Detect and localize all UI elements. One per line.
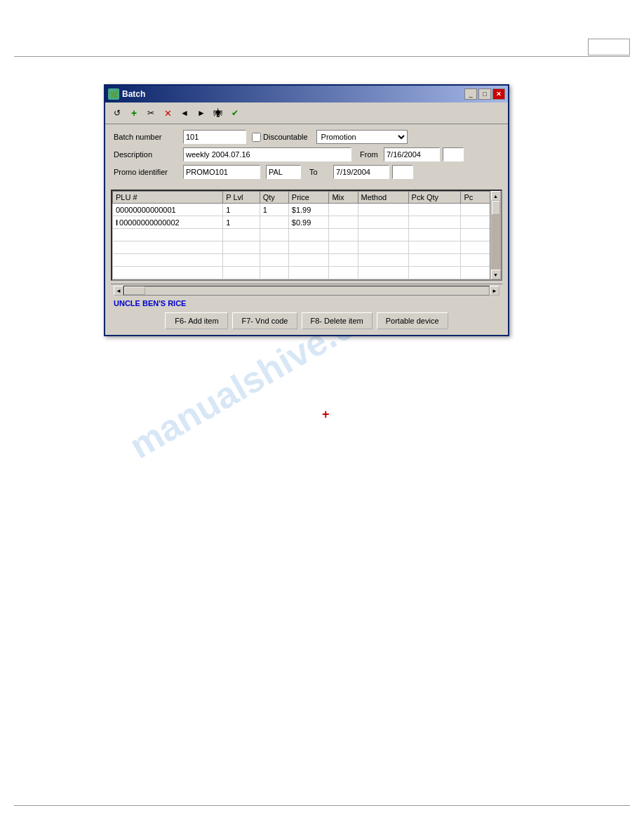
cell-empty (288, 229, 329, 241)
promo-identifier-input[interactable] (183, 165, 260, 179)
cell-method (358, 204, 408, 216)
cell-empty (329, 254, 358, 267)
grid-table: PLU # P Lvl Qty Price Mix Method Pck Qty… (112, 191, 501, 279)
to-label: To (309, 168, 330, 176)
next-button[interactable]: ► (194, 105, 209, 121)
cell-qty (260, 216, 288, 229)
add-button[interactable]: + (126, 105, 142, 121)
batch-number-input[interactable] (183, 130, 246, 144)
description-input[interactable] (183, 147, 351, 161)
discountable-checkbox[interactable] (252, 133, 261, 142)
scroll-left-button[interactable]: ◄ (114, 286, 123, 296)
table-row[interactable]: I000000000000021$0.99 (113, 216, 501, 229)
cell-empty (223, 267, 260, 279)
cell-empty (113, 254, 223, 267)
cell-plu: I00000000000002 (113, 216, 223, 229)
cell-empty (408, 267, 461, 279)
center-cross-icon: + (322, 407, 330, 422)
cell-empty (260, 229, 288, 241)
cell-empty (223, 254, 260, 267)
discountable-checkbox-area: Discountable (252, 133, 308, 142)
cell-empty (329, 241, 358, 254)
page-number-box (588, 39, 630, 55)
grid-container: PLU # P Lvl Qty Price Mix Method Pck Qty… (111, 190, 502, 281)
cell-empty (358, 229, 408, 241)
cell-plvl: 1 (223, 216, 260, 229)
grid-header-row: PLU # P Lvl Qty Price Mix Method Pck Qty… (113, 192, 501, 204)
promotion-dropdown-container: Promotion Sale Markdown (316, 130, 408, 144)
cell-pck_qty (408, 204, 461, 216)
selected-item-label: UNCLE BEN'S RICE (105, 297, 508, 310)
window-title: Batch (122, 89, 145, 99)
cell-empty (408, 241, 461, 254)
cell-empty (260, 241, 288, 254)
cell-empty (329, 229, 358, 241)
scrollbar-thumb[interactable] (124, 286, 145, 295)
table-row-empty (113, 229, 501, 241)
delete-button[interactable]: ✕ (160, 105, 175, 121)
table-row-empty (113, 241, 501, 254)
vnd-code-button[interactable]: F7- Vnd code (232, 312, 297, 329)
cell-empty (358, 241, 408, 254)
promo-identifier-label: Promo identifier (114, 168, 180, 176)
cell-mix (329, 204, 358, 216)
vscroll-up-button[interactable]: ▲ (491, 191, 501, 201)
to-extra-input[interactable] (392, 165, 413, 179)
pal-input[interactable] (266, 165, 301, 179)
discountable-label: Discountable (263, 133, 308, 141)
bottom-buttons: F6- Add item F7- Vnd code F8- Delete ite… (105, 310, 508, 335)
col-header-qty: Qty (260, 192, 288, 204)
cell-empty (408, 229, 461, 241)
table-row[interactable]: 0000000000000111$1.99 (113, 204, 501, 216)
batch-number-label: Batch number (114, 133, 180, 141)
cell-empty (358, 254, 408, 267)
cell-plvl: 1 (223, 204, 260, 216)
batch-window: 🌿 Batch _ □ ✕ ↺ + ✂ ✕ ◄ ► 🕷 ✔ Batch numb… (104, 84, 509, 336)
check-button[interactable]: ✔ (227, 105, 243, 121)
page-bottom-line (14, 805, 630, 806)
form-row-batch: Batch number Discountable Promotion Sale… (114, 130, 499, 144)
to-date-input[interactable] (333, 165, 389, 179)
cell-empty (288, 241, 329, 254)
from-label: From (360, 150, 381, 159)
delete-item-button[interactable]: F8- Delete item (302, 312, 373, 329)
refresh-button[interactable]: ↺ (109, 105, 125, 121)
form-row-description: Description From (114, 147, 499, 161)
col-header-plvl: P Lvl (223, 192, 260, 204)
table-row-empty (113, 267, 501, 279)
prev-button[interactable]: ◄ (177, 105, 192, 121)
cell-price: $1.99 (288, 204, 329, 216)
cell-empty (223, 241, 260, 254)
cell-qty: 1 (260, 204, 288, 216)
col-header-plu: PLU # (113, 192, 223, 204)
from-date-input[interactable] (384, 147, 440, 161)
vertical-scrollbar[interactable]: ▲ ▼ (490, 191, 501, 279)
promotion-dropdown[interactable]: Promotion Sale Markdown (316, 130, 408, 144)
col-header-method: Method (358, 192, 408, 204)
table-row-empty (113, 254, 501, 267)
page-top-line (14, 56, 630, 57)
cell-pck_qty (408, 216, 461, 229)
minimize-button[interactable]: _ (464, 88, 477, 100)
from-extra-input[interactable] (443, 147, 464, 161)
cut-button[interactable]: ✂ (143, 105, 159, 121)
cell-method (358, 216, 408, 229)
cell-mix (329, 216, 358, 229)
spider-button[interactable]: 🕷 (210, 105, 226, 121)
title-buttons: _ □ ✕ (464, 88, 505, 100)
cell-empty (288, 254, 329, 267)
cell-empty (260, 254, 288, 267)
vscroll-down-button[interactable]: ▼ (491, 270, 501, 279)
add-item-button[interactable]: F6- Add item (165, 312, 228, 329)
maximize-button[interactable]: □ (478, 88, 491, 100)
cell-price: $0.99 (288, 216, 329, 229)
vscroll-thumb[interactable] (492, 201, 500, 215)
horizontal-scrollbar[interactable] (123, 286, 490, 296)
cell-plu: 00000000000001 (113, 204, 223, 216)
close-button[interactable]: ✕ (492, 88, 505, 100)
scroll-right-button[interactable]: ► (490, 286, 499, 296)
title-bar-left: 🌿 Batch (108, 88, 145, 100)
col-header-mix: Mix (329, 192, 358, 204)
col-header-price: Price (288, 192, 329, 204)
portable-device-button[interactable]: Portable device (377, 312, 448, 329)
